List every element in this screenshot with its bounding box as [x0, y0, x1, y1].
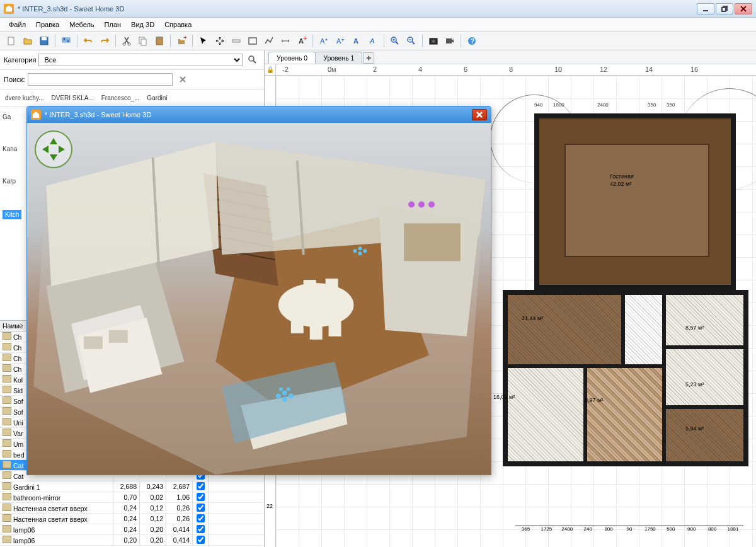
svg-point-28 [432, 40, 435, 43]
table-row[interactable]: Gardini 12,6880,2432,687 [0, 481, 264, 492]
italic-icon[interactable]: A [365, 33, 381, 49]
menu-edit[interactable]: Правка [31, 19, 64, 30]
app-icon [31, 110, 41, 120]
svg-point-7 [67, 40, 69, 42]
svg-rect-52 [304, 280, 316, 292]
room-label: 21,44 м² [522, 315, 543, 321]
menu-plan[interactable]: План [100, 19, 127, 30]
decrease-text-icon[interactable]: A [333, 33, 348, 49]
clear-search-icon[interactable] [175, 72, 190, 87]
search-input[interactable] [28, 73, 173, 86]
catalog-item[interactable]: Gardini [144, 93, 169, 103]
visibility-checkbox[interactable] [197, 482, 205, 490]
horizontal-ruler: -2 0м 2 4 6 8 10 12 14 16 [276, 64, 756, 76]
dimension-label: 90 [619, 526, 640, 534]
menu-view3d[interactable]: Вид 3D [126, 19, 159, 30]
pan-icon[interactable] [212, 33, 227, 49]
preferences-icon[interactable] [59, 33, 74, 49]
photo-icon[interactable] [426, 33, 441, 49]
view3d-close-button[interactable] [472, 109, 487, 120]
svg-text:A: A [353, 37, 358, 45]
svg-rect-53 [326, 279, 338, 291]
zoom-out-icon[interactable] [404, 33, 419, 49]
svg-text:+: + [183, 36, 186, 41]
search-label: Поиск: [4, 76, 25, 83]
catalog-item[interactable]: Francesco_... [99, 93, 142, 103]
create-walls-icon[interactable] [229, 33, 244, 49]
create-text-icon[interactable]: A+ [294, 33, 309, 49]
view3d-title-bar[interactable]: * INTER_3.sh3d - Sweet Home 3D [27, 107, 491, 123]
room-label: 8,57 м² [685, 325, 704, 331]
svg-point-65 [287, 387, 290, 391]
svg-rect-49 [291, 318, 304, 333]
svg-point-56 [363, 249, 367, 253]
table-row[interactable]: lamp060,200,200,414 [0, 535, 264, 546]
svg-rect-51 [329, 321, 341, 337]
help-icon[interactable]: ? [464, 33, 479, 49]
new-file-icon[interactable] [4, 33, 19, 49]
catalog-item-row: dvere kuchy... DVERI SKLA... Francesco_.… [0, 89, 264, 107]
undo-icon[interactable] [81, 33, 96, 49]
category-select[interactable]: Все [38, 54, 243, 66]
close-button[interactable] [735, 3, 752, 14]
svg-text:A: A [369, 37, 374, 45]
save-icon[interactable] [37, 33, 52, 49]
preview-label: Kana [3, 146, 21, 153]
increase-text-icon[interactable]: A [316, 33, 331, 49]
catalog-item[interactable]: DVERI SKLA... [49, 93, 96, 103]
svg-point-61 [276, 393, 281, 398]
restore-button[interactable] [716, 3, 733, 14]
bold-icon[interactable]: A [349, 33, 364, 49]
minimize-button[interactable] [697, 3, 714, 14]
table-row[interactable]: Настенная светит вверх0,240,120,26 [0, 514, 264, 524]
svg-rect-15 [178, 39, 180, 41]
cut-icon[interactable] [119, 33, 134, 49]
view3d-window[interactable]: * INTER_3.sh3d - Sweet Home 3D [26, 106, 491, 475]
visibility-checkbox[interactable] [197, 514, 205, 522]
level-tab-1[interactable]: Уровень 1 [315, 52, 362, 64]
room-label: 8,97 м² [585, 397, 603, 403]
room-label: 5,94 м² [685, 425, 704, 432]
open-file-icon[interactable] [20, 33, 35, 49]
add-level-button[interactable]: + [363, 52, 374, 64]
dimension-label: 350 [648, 102, 656, 108]
preview-label: Ga [3, 113, 21, 120]
redo-icon[interactable] [97, 33, 112, 49]
select-icon[interactable] [196, 33, 211, 49]
svg-rect-72 [84, 337, 103, 349]
svg-point-63 [282, 396, 287, 401]
catalog-item[interactable]: dvere kuchy... [3, 93, 47, 103]
svg-rect-18 [249, 38, 256, 44]
preview-label-selected: Kitch [3, 210, 21, 219]
svg-text:?: ? [471, 37, 475, 45]
create-dimension-icon[interactable] [278, 33, 293, 49]
table-row[interactable]: bathroom-mirror0,700,021,06 [0, 492, 264, 503]
create-room-icon[interactable] [245, 33, 260, 49]
copy-icon[interactable] [135, 33, 151, 49]
view3d-canvas[interactable] [27, 123, 491, 475]
category-label: Категория [4, 56, 36, 64]
visibility-checkbox[interactable] [197, 493, 205, 501]
visibility-checkbox[interactable] [197, 504, 205, 512]
create-polyline-icon[interactable] [261, 33, 277, 49]
table-row[interactable]: Настенная светит вверх0,240,120,26 [0, 503, 264, 514]
paste-icon[interactable] [152, 33, 167, 49]
menu-help[interactable]: Справка [159, 19, 197, 30]
visibility-checkbox[interactable] [197, 525, 205, 533]
zoom-in-icon[interactable] [387, 33, 403, 49]
svg-rect-0 [722, 8, 726, 11]
svg-text:A: A [336, 37, 341, 45]
add-furniture-icon[interactable]: + [174, 33, 189, 49]
level-tab-0[interactable]: Уровень 0 [268, 52, 316, 64]
svg-point-8 [123, 43, 125, 45]
svg-point-54 [358, 246, 362, 250]
table-row[interactable]: lamp060,240,200,414 [0, 524, 264, 535]
title-bar: * INTER_3.sh3d - Sweet Home 3D [0, 0, 756, 18]
visibility-checkbox[interactable] [197, 536, 205, 544]
lock-icon[interactable]: 🔒 [266, 66, 274, 73]
video-icon[interactable] [442, 33, 457, 49]
menu-file[interactable]: Файл [4, 19, 31, 30]
menu-furniture[interactable]: Мебель [64, 19, 99, 30]
catalog-search-icon[interactable] [245, 52, 260, 67]
dimension-label: 1725 [536, 526, 557, 534]
